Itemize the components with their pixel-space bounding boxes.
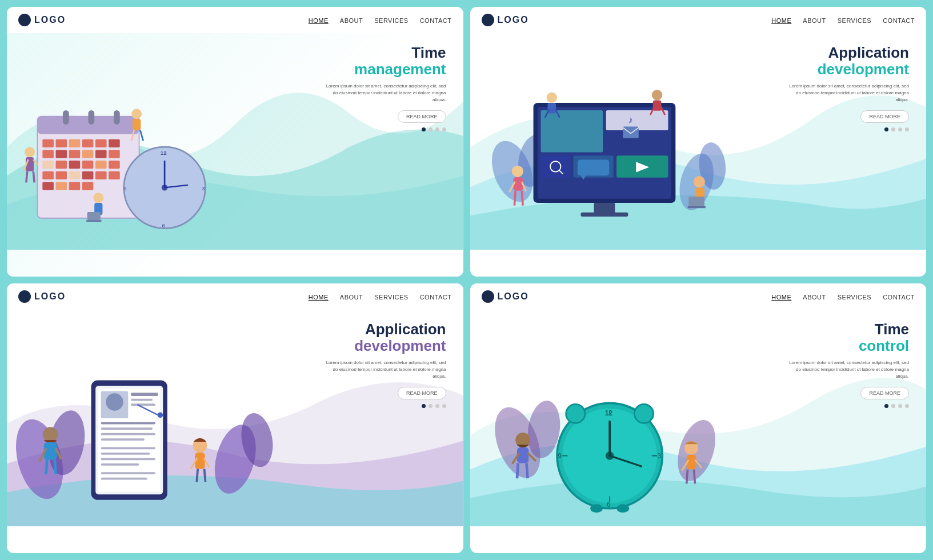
nav-links-4: HOME ABOUT SERVICES CONTACT [771,291,915,302]
logo-area-2: LOGO [482,14,529,26]
logo-dot-3 [18,290,31,303]
svg-rect-22 [109,161,120,169]
hero-1: 12 3 6 9 Time [7,33,463,277]
svg-point-147 [590,505,603,513]
svg-rect-104 [131,404,155,406]
svg-line-87 [514,191,515,206]
nav-about-1[interactable]: ABOUT [340,15,363,25]
dot-3 [435,127,439,131]
nav-services-1[interactable]: SERVICES [374,15,408,25]
headline1-4: Time [783,321,909,338]
dots-2 [783,127,909,131]
nav-about-4[interactable]: ABOUT [803,291,826,302]
svg-rect-12 [56,150,67,158]
svg-rect-103 [131,399,153,401]
nav-home-4[interactable]: HOME [771,291,791,302]
nav-services-2[interactable]: SERVICES [838,15,871,25]
dots-4 [783,404,909,408]
logo-dot-4 [482,290,494,303]
logo-text-4: LOGO [498,291,529,302]
svg-line-160 [694,470,695,484]
svg-rect-25 [69,171,81,179]
svg-rect-107 [101,433,155,435]
navbar-3: LOGO HOME ABOUT SERVICES CONTACT [7,283,463,310]
nav-contact-3[interactable]: CONTACT [420,291,452,302]
logo-text-3: LOGO [34,291,66,302]
illustration-2: ♪ [470,45,744,277]
svg-point-116 [158,413,163,418]
text-panel-3: Application development Lorem ipsum dolo… [321,321,446,408]
nav-about-2[interactable]: ABOUT [803,15,826,25]
read-more-btn-3[interactable]: READ MORE [398,387,446,399]
svg-point-145 [566,405,584,423]
logo-text-2: LOGO [498,15,529,25]
hero-2: ♪ [470,33,927,277]
dot-active-4 [884,404,888,408]
dot-3d [898,404,902,408]
svg-rect-110 [101,453,150,455]
svg-rect-113 [101,473,155,475]
svg-rect-61 [540,110,603,153]
text-panel-2: Application development Lorem ipsum dolo… [783,45,909,131]
nav-services-3[interactable]: SERVICES [374,291,408,302]
nav-home-2[interactable]: HOME [771,15,791,25]
svg-rect-112 [101,463,139,466]
nav-links-1: HOME ABOUT SERVICES CONTACT [309,15,452,25]
svg-line-122 [55,460,56,475]
svg-rect-105 [101,422,155,425]
nav-home-1[interactable]: HOME [309,15,329,25]
dot-active-2 [884,127,888,131]
svg-rect-21 [95,161,107,169]
svg-rect-73 [594,203,615,213]
nav-contact-2[interactable]: CONTACT [883,15,915,25]
nav-services-4[interactable]: SERVICES [838,291,871,302]
svg-rect-3 [89,110,95,125]
nav-about-3[interactable]: ABOUT [340,291,363,302]
logo-dot-1 [18,14,31,26]
nav-contact-4[interactable]: CONTACT [883,291,915,302]
svg-text:♪: ♪ [628,114,632,125]
svg-rect-102 [131,393,158,397]
read-more-btn-1[interactable]: READ MORE [398,110,446,123]
svg-rect-30 [56,182,67,190]
svg-rect-65 [540,155,570,178]
svg-point-101 [106,394,123,411]
subtext-4: Lorem ipsum dolor sit amet, consectetur … [783,359,909,380]
read-more-btn-2[interactable]: READ MORE [860,110,909,123]
dot-4b [905,127,909,131]
nav-home-3[interactable]: HOME [309,291,329,302]
card-app-development-1: LOGO HOME ABOUT SERVICES CONTACT [470,7,927,277]
svg-rect-109 [101,447,155,450]
navbar-1: LOGO HOME ABOUT SERVICES CONTACT [7,7,463,33]
nav-contact-1[interactable]: CONTACT [420,15,452,25]
card-time-control: LOGO HOME ABOUT SERVICES CONTACT 12 3 [470,283,927,553]
headline1-1: Time [321,45,446,61]
svg-text:9: 9 [558,453,562,461]
svg-line-88 [522,191,523,206]
dot-2 [429,127,433,131]
dots-1 [321,127,446,131]
hero-4: 12 3 6 9 [470,310,927,553]
svg-text:9: 9 [123,185,126,191]
logo-area-1: LOGO [18,14,66,26]
svg-rect-29 [42,182,54,190]
illustration-3 [7,322,290,553]
navbar-4: LOGO HOME ABOUT SERVICES CONTACT [470,283,927,310]
illustration-4: 12 3 6 9 [470,322,744,553]
dot-2c [429,404,433,408]
svg-text:12: 12 [604,409,612,417]
svg-rect-54 [86,220,102,222]
dot-4d [905,404,909,408]
dot-3c [435,404,439,408]
svg-rect-84 [513,177,523,191]
svg-line-153 [516,463,518,479]
svg-rect-15 [95,150,107,158]
subtext-1: Lorem ipsum dolor sit amet, consectetur … [321,83,446,103]
svg-line-48 [33,159,37,165]
svg-rect-4 [114,110,120,125]
svg-line-44 [140,130,143,141]
svg-rect-111 [101,458,155,461]
read-more-btn-4[interactable]: READ MORE [860,387,909,399]
svg-rect-7 [69,139,81,147]
dot-active-3 [422,404,426,408]
